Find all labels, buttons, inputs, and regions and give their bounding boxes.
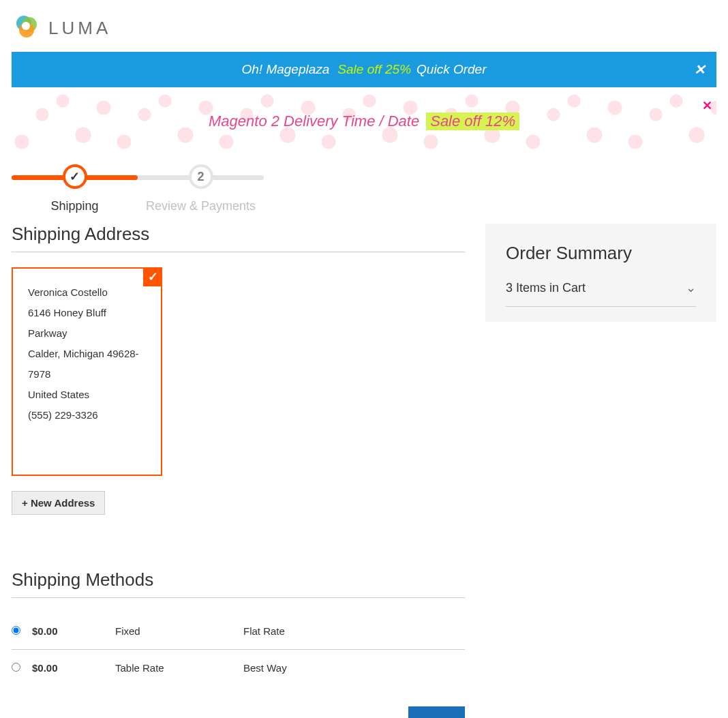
check-icon: ✓ <box>70 169 80 184</box>
banner-blue-sale: Sale off 25% <box>337 62 411 77</box>
logo-text: LUMA <box>48 18 111 39</box>
shipping-method-price: $0.00 <box>32 625 115 637</box>
cart-items-toggle[interactable]: 3 Items in Cart ⌄ <box>506 280 696 307</box>
progress-step-review-label: Review & Payments <box>138 199 264 213</box>
svg-point-3 <box>22 22 30 30</box>
banner-blue-text-1: Oh! Mageplaza <box>241 62 329 77</box>
shipping-method-price: $0.00 <box>32 662 115 674</box>
main-column: Shipping Address ✓ Veronica Costello 614… <box>12 224 465 718</box>
progress-step-review-circle: 2 <box>189 164 213 189</box>
progress-step-review[interactable]: 2 Review & Payments <box>138 162 264 213</box>
address-card[interactable]: ✓ Veronica Costello 6146 Honey Bluff Par… <box>12 267 162 476</box>
order-summary: Order Summary 3 Items in Cart ⌄ <box>485 224 716 322</box>
close-icon[interactable]: ✕ <box>702 98 712 113</box>
banner-pink-text: Magento 2 Delivery Time / Date <box>209 113 419 130</box>
progress-step-shipping-circle: ✓ <box>63 164 87 189</box>
address-phone: (555) 229-3326 <box>28 405 146 425</box>
shipping-method-row[interactable]: $0.00 Table Rate Best Way <box>12 649 465 686</box>
cart-items-label: 3 Items in Cart <box>506 281 586 295</box>
shipping-method-type: Fixed <box>115 625 243 637</box>
logo[interactable]: LUMA <box>12 12 716 44</box>
promo-banner-pink: Magento 2 Delivery Time / Date Sale off … <box>12 87 716 155</box>
address-country: United States <box>28 385 146 405</box>
address-name: Veronica Costello <box>28 282 146 303</box>
new-address-button[interactable]: + New Address <box>12 491 105 515</box>
sidebar: Order Summary 3 Items in Cart ⌄ <box>485 224 716 322</box>
shipping-method-radio-flat-rate[interactable] <box>12 626 20 635</box>
checkout-progress: ✓ Shipping 2 Review & Payments <box>12 162 264 210</box>
banner-blue-text-2: Quick Order <box>416 62 486 77</box>
progress-step-shipping[interactable]: ✓ Shipping <box>12 162 138 213</box>
progress-step-shipping-label: Shipping <box>12 199 138 213</box>
next-button[interactable]: Next <box>408 706 465 718</box>
shipping-method-radio-best-way[interactable] <box>12 663 20 672</box>
shipping-address-title: Shipping Address <box>12 224 465 252</box>
chevron-down-icon: ⌄ <box>686 280 696 295</box>
address-city: Calder, Michigan 49628-7978 <box>28 344 146 385</box>
close-icon[interactable]: ✕ <box>694 61 706 78</box>
shipping-method-row[interactable]: $0.00 Fixed Flat Rate <box>12 613 465 649</box>
banner-pink-sale: Sale off 12% <box>426 113 519 130</box>
order-summary-title: Order Summary <box>506 243 696 264</box>
shipping-methods: Shipping Methods $0.00 Fixed Flat Rate $… <box>12 569 465 718</box>
shipping-methods-title: Shipping Methods <box>12 569 465 598</box>
address-selected-check-icon: ✓ <box>143 267 162 286</box>
logo-icon <box>12 12 40 44</box>
shipping-method-type: Table Rate <box>115 662 243 674</box>
shipping-method-carrier: Flat Rate <box>243 625 285 637</box>
promo-banner-blue: Oh! Mageplaza Sale off 25% Quick Order ✕ <box>12 52 716 87</box>
header: LUMA <box>0 0 728 52</box>
shipping-method-carrier: Best Way <box>243 662 287 674</box>
address-street: 6146 Honey Bluff Parkway <box>28 303 146 344</box>
